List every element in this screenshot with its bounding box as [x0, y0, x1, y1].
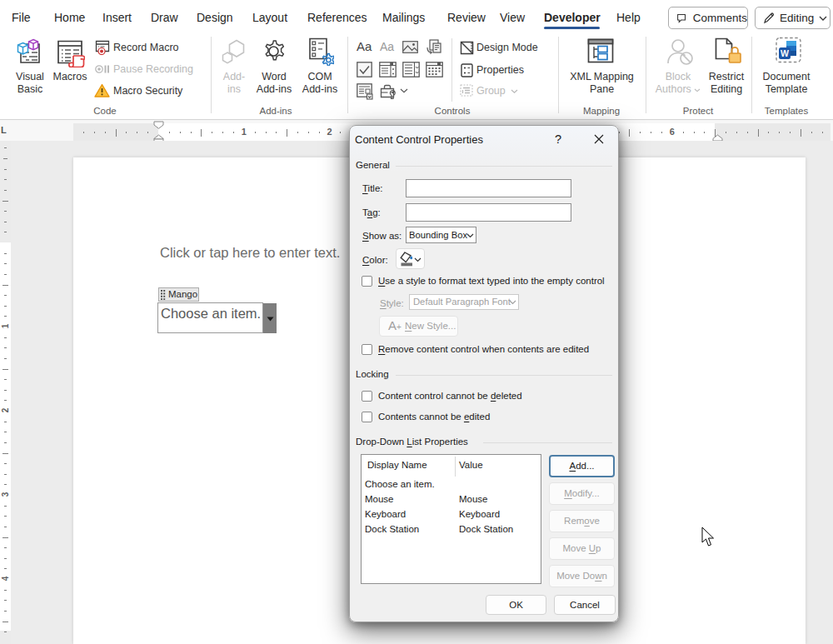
svg-text:W: W [781, 48, 789, 58]
